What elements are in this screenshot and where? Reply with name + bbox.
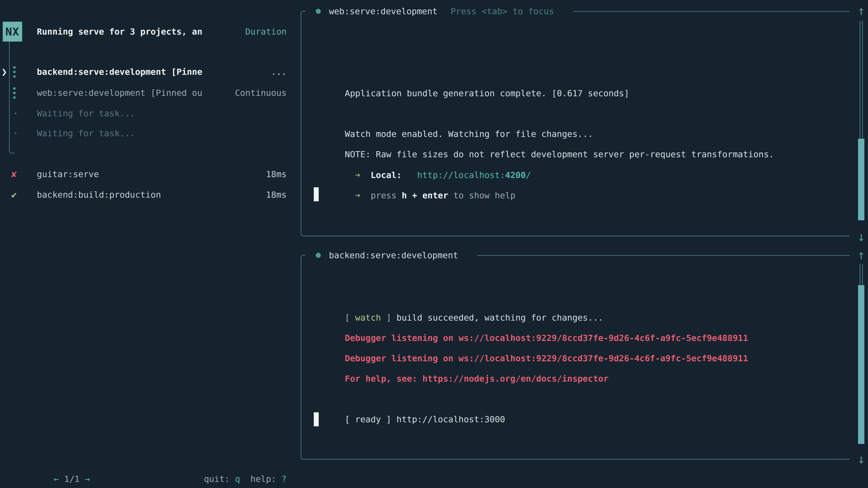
running-indicator-icon xyxy=(13,62,18,82)
panel-header: web:serve:development Press <tab> to foc… xyxy=(305,6,849,17)
terminal-line-help-hint: ➜ press h + enter to show help xyxy=(314,165,515,185)
scrollbar-down-icon[interactable]: ↓ xyxy=(854,451,868,468)
help-shortcut-label: help: xyxy=(240,474,281,484)
terminal-line-debugger: Debugger listening on ws://localhost:922… xyxy=(314,328,748,348)
terminal-line-local-url: ➜ Local: http://localhost:4200/ xyxy=(314,144,531,165)
sidebar-bottom-bar: ← 1/1 → quit: q help: ? xyxy=(0,449,301,469)
scrollbar-up-icon[interactable]: ↑ xyxy=(854,2,868,20)
task-label: backend:serve:development [Pinne xyxy=(37,62,202,82)
nx-tui-screen: NX Running serve for 3 projects, an Dura… xyxy=(0,0,868,488)
localhost-4200-slash[interactable]: / xyxy=(526,170,531,180)
terminal-line-watch: [ watch ] build succeeded, watching for … xyxy=(314,287,603,307)
error-x-icon: ✘ xyxy=(11,164,17,184)
terminal-panel-web[interactable]: web:serve:development Press <tab> to foc… xyxy=(301,11,849,236)
pagination-next-arrow[interactable]: → xyxy=(85,474,90,484)
scrollbar-track[interactable] xyxy=(860,21,863,139)
scrollbar-track[interactable] xyxy=(860,264,863,285)
waiting-dot-icon: · xyxy=(13,123,19,143)
task-duration: 18ms xyxy=(266,185,287,205)
task-duration: Continuous xyxy=(235,83,287,103)
pagination-page-indicator: 1/1 xyxy=(59,474,85,484)
quit-shortcut-label: quit: xyxy=(204,474,235,484)
task-label: Waiting for task... xyxy=(37,103,135,124)
terminal-line: Application bundle generation complete. … xyxy=(314,63,629,83)
duration-column-header: Duration xyxy=(245,22,287,41)
task-row-guitar-serve[interactable]: ✘ guitar:serve 18ms xyxy=(0,164,301,184)
panel-title: web:serve:development xyxy=(329,6,437,16)
scrollbar-down-icon[interactable]: ↓ xyxy=(854,228,868,246)
scrollbar-thumb[interactable] xyxy=(858,139,864,220)
panel-status-dot-icon xyxy=(316,9,321,14)
pagination-prev-arrow[interactable]: ← xyxy=(54,474,59,484)
terminal-cursor xyxy=(314,187,319,201)
success-check-icon: ✔ xyxy=(11,185,17,205)
task-row-backend-build[interactable]: ✔ backend:build:production 18ms xyxy=(0,185,301,205)
terminal-cursor xyxy=(314,412,319,426)
panel-header-line xyxy=(477,255,849,256)
scrollbar-thumb[interactable] xyxy=(858,285,864,444)
terminal-line: NOTE: Raw file sizes do not reflect deve… xyxy=(314,124,774,144)
task-row-backend-serve[interactable]: ❯ backend:serve:development [Pinne ... xyxy=(0,62,301,82)
running-indicator-icon xyxy=(13,83,18,103)
terminal-line-ready: [ ready ] http://localhost:3000 xyxy=(314,389,505,409)
quit-shortcut-key: q xyxy=(235,474,240,484)
panel-status-dot-icon xyxy=(316,253,321,258)
task-label: guitar:serve xyxy=(37,164,99,184)
task-row-waiting-2[interactable]: · Waiting for task... xyxy=(0,123,301,143)
scrollbar-up-icon[interactable]: ↑ xyxy=(854,246,868,263)
terminal-line-inspector: For help, see: https://nodejs.org/en/doc… xyxy=(314,348,609,368)
selection-caret-icon: ❯ xyxy=(1,62,7,82)
panel-header-line xyxy=(573,11,849,12)
terminal-panel-backend[interactable]: backend:serve:development [ watch ] buil… xyxy=(301,255,849,459)
help-shortcut-key: ? xyxy=(281,474,287,484)
terminal-line: Watch mode enabled. Watching for file ch… xyxy=(314,103,593,124)
keyboard-shortcuts: quit: q help: ? xyxy=(162,449,287,469)
app-title: Running serve for 3 projects, an xyxy=(37,22,202,41)
task-sidebar: NX Running serve for 3 projects, an Dura… xyxy=(0,0,301,488)
task-label: Waiting for task... xyxy=(37,123,135,143)
terminal-line-debugger: Debugger listening on ws://localhost:922… xyxy=(314,307,748,328)
panel-header: backend:serve:development xyxy=(305,250,849,260)
panel-title: backend:serve:development xyxy=(329,250,458,260)
waiting-dot-icon: · xyxy=(13,103,19,124)
task-duration: 18ms xyxy=(266,164,287,184)
pagination: ← 1/1 → xyxy=(12,449,90,469)
panel-focus-hint: Press <tab> to focus xyxy=(451,6,554,16)
sidebar-header: NX Running serve for 3 projects, an Dura… xyxy=(0,22,301,41)
task-row-waiting-1[interactable]: · Waiting for task... xyxy=(0,103,301,124)
task-label: backend:build:production xyxy=(37,185,161,205)
task-row-web-serve[interactable]: web:serve:development [Pinned ou Continu… xyxy=(0,83,301,103)
arrow-icon: ➜ xyxy=(345,191,370,200)
task-progress-dots: ... xyxy=(271,62,287,82)
nx-logo: NX xyxy=(3,22,22,41)
task-label: web:serve:development [Pinned ou xyxy=(37,83,202,103)
